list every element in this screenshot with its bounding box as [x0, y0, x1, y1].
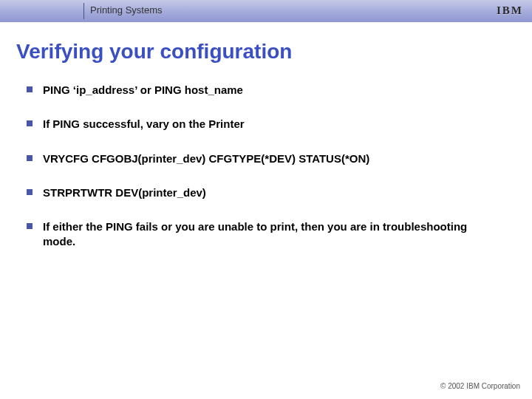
list-item: If either the PING fails or you are unab…: [27, 219, 502, 250]
logo-text: IBM: [497, 4, 523, 17]
list-item: VRYCFG CFGOBJ(printer_dev) CFGTYPE(*DEV)…: [27, 151, 502, 166]
topbar-divider: [83, 3, 84, 19]
page-title: Verifying your configuration: [16, 40, 292, 64]
top-bar: Printing Systems IBM: [0, 0, 532, 22]
bullet-icon: [27, 155, 33, 161]
bullet-text: If either the PING fails or you are unab…: [43, 219, 502, 250]
bullet-text: STRPRTWTR DEV(printer_dev): [43, 185, 502, 200]
bullet-icon: [27, 223, 33, 229]
bullet-list: PING ‘ip_address’ or PING host_name If P…: [27, 83, 502, 269]
list-item: If PING successful, vary on the Printer: [27, 117, 502, 132]
bullet-text: PING ‘ip_address’ or PING host_name: [43, 83, 502, 98]
list-item: STRPRTWTR DEV(printer_dev): [27, 185, 502, 200]
ibm-logo: IBM: [497, 4, 523, 17]
bullet-icon: [27, 120, 33, 126]
slide: Printing Systems IBM Verifying your conf…: [0, 0, 532, 399]
bullet-text: If PING successful, vary on the Printer: [43, 117, 502, 132]
list-item: PING ‘ip_address’ or PING host_name: [27, 83, 502, 98]
bullet-text: VRYCFG CFGOBJ(printer_dev) CFGTYPE(*DEV)…: [43, 151, 502, 166]
copyright: © 2002 IBM Corporation: [440, 382, 520, 390]
bullet-icon: [27, 86, 33, 92]
section-label: Printing Systems: [90, 4, 163, 16]
bullet-icon: [27, 189, 33, 195]
